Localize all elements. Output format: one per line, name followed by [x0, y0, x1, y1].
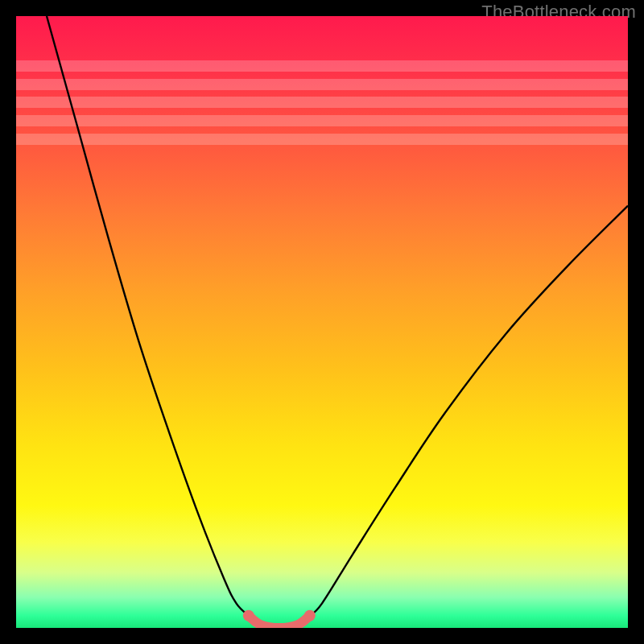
right-curve-path [310, 206, 628, 616]
valley-floor-path [249, 616, 310, 628]
valley-dot-left [243, 610, 254, 621]
chart-svg [16, 16, 628, 628]
left-curve-path [47, 16, 249, 616]
chart-frame: TheBottleneck.com [0, 0, 644, 644]
plot-area [16, 16, 628, 628]
valley-dot-right [304, 610, 316, 621]
